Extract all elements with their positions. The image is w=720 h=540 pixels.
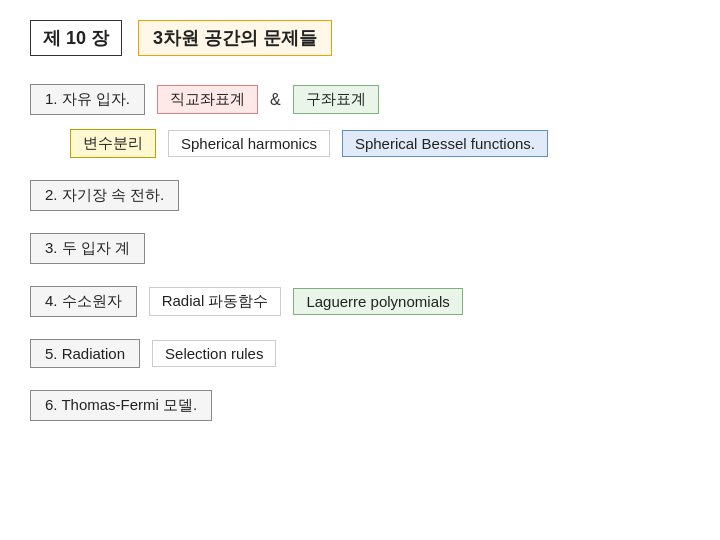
selection-rules-tag[interactable]: Selection rules (152, 340, 276, 367)
ampersand: & (270, 91, 281, 109)
section-6-label: 6. Thomas-Fermi 모델. (30, 390, 212, 421)
variable-separation-tag[interactable]: 변수분리 (70, 129, 156, 158)
section-2-label: 2. 자기장 속 전하. (30, 180, 179, 211)
laguerre-tag[interactable]: Laguerre polynomials (293, 288, 462, 315)
section-1-sub-row: 변수분리 Spherical harmonics Spherical Besse… (70, 129, 690, 158)
cartesian-tag[interactable]: 직교좌표계 (157, 85, 258, 114)
spherical-coord-tag[interactable]: 구좌표계 (293, 85, 379, 114)
section-2: 2. 자기장 속 전하. (30, 180, 690, 211)
section-3: 3. 두 입자 계 (30, 233, 690, 264)
spherical-harmonics-tag[interactable]: Spherical harmonics (168, 130, 330, 157)
section-5: 5. Radiation Selection rules (30, 339, 690, 368)
section-6-row: 6. Thomas-Fermi 모델. (30, 390, 690, 421)
section-4: 4. 수소원자 Radial 파동함수 Laguerre polynomials (30, 286, 690, 317)
section-5-label: 5. Radiation (30, 339, 140, 368)
section-4-row: 4. 수소원자 Radial 파동함수 Laguerre polynomials (30, 286, 690, 317)
header: 제 10 장 3차원 공간의 문제들 (30, 20, 690, 56)
section-4-label: 4. 수소원자 (30, 286, 137, 317)
section-1: 1. 자유 입자. 직교좌표계 & 구좌표계 변수분리 Spherical ha… (30, 84, 690, 158)
radial-wavefunction-tag[interactable]: Radial 파동함수 (149, 287, 282, 316)
section-5-row: 5. Radiation Selection rules (30, 339, 690, 368)
section-1-row: 1. 자유 입자. 직교좌표계 & 구좌표계 (30, 84, 690, 115)
spherical-bessel-tag[interactable]: Spherical Bessel functions. (342, 130, 548, 157)
section-1-label: 1. 자유 입자. (30, 84, 145, 115)
section-6: 6. Thomas-Fermi 모델. (30, 390, 690, 421)
section-3-label: 3. 두 입자 계 (30, 233, 145, 264)
section-3-row: 3. 두 입자 계 (30, 233, 690, 264)
title-label: 3차원 공간의 문제들 (138, 20, 332, 56)
section-2-row: 2. 자기장 속 전하. (30, 180, 690, 211)
chapter-label: 제 10 장 (30, 20, 122, 56)
